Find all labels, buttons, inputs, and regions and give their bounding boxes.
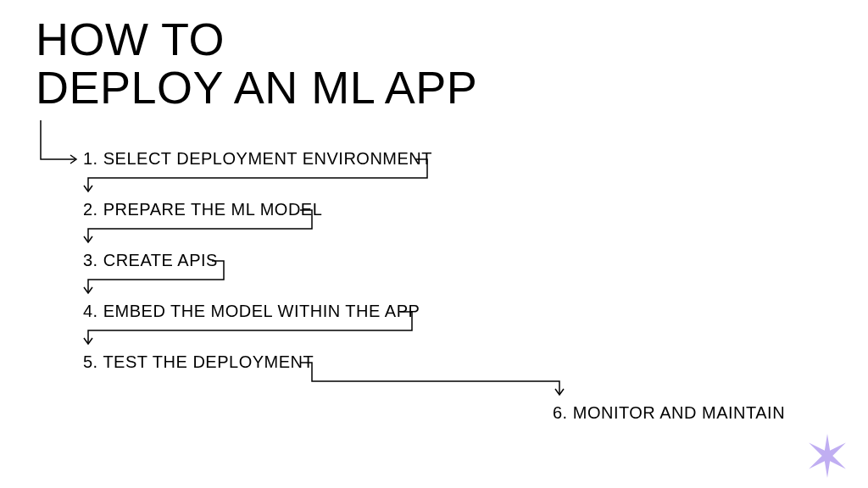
step-1: 1. SELECT DEPLOYMENT ENVIRONMENT xyxy=(83,149,432,169)
title-line-1: HOW TO xyxy=(36,14,225,64)
step-5: 5. TEST THE DEPLOYMENT xyxy=(83,352,314,372)
asterisk-icon xyxy=(805,434,849,478)
page-title: HOW TO DEPLOY AN ML APP xyxy=(36,15,477,111)
title-line-2: DEPLOY AN ML APP xyxy=(36,62,477,113)
step-4: 4. EMBED THE MODEL WITHIN THE APP xyxy=(83,302,420,321)
step-6: 6. MONITOR AND MAINTAIN xyxy=(553,403,785,423)
step-3: 3. CREATE APIS xyxy=(83,251,218,270)
step-2: 2. PREPARE THE ML MODEL xyxy=(83,200,322,219)
